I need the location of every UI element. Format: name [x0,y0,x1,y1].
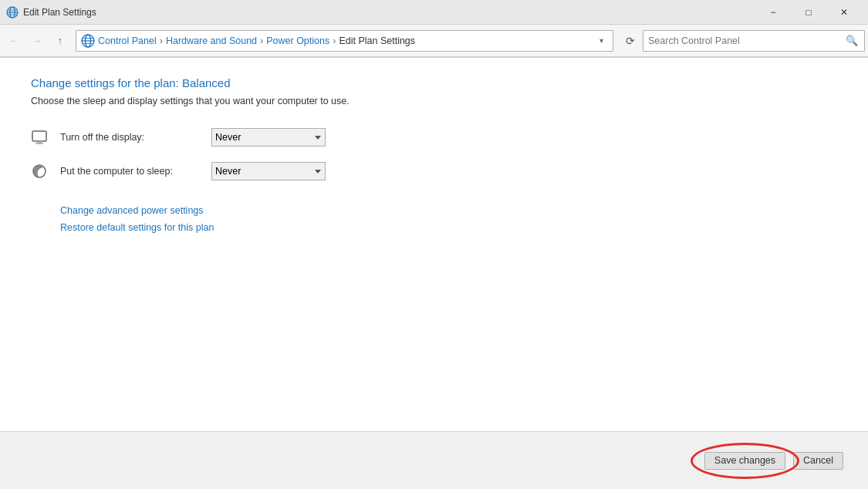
address-globe-icon [81,34,95,48]
breadcrumb-hardware-sound[interactable]: Hardware and Sound [166,35,257,46]
refresh-button[interactable]: ⟳ [620,30,641,52]
breadcrumb-current: Edit Plan Settings [339,35,415,46]
window-icon [6,6,19,19]
search-button[interactable]: 🔍 [844,33,860,49]
display-select[interactable]: Never 1 minute 5 minutes 10 minutes 15 m… [211,128,326,147]
window-title: Edit Plan Settings [23,7,96,18]
action-bar: Save changes Cancel [0,431,868,489]
links-section: Change advanced power settings Restore d… [60,205,837,233]
close-button[interactable]: ✕ [826,0,862,25]
nav-bar: ← → ↑ Control Panel › Hardware and Sound… [0,25,868,57]
address-dropdown-button[interactable]: ▾ [594,34,608,48]
page-heading: Change settings for the plan: Balanced [31,76,837,89]
cancel-button[interactable]: Cancel [793,452,843,470]
sleep-setting-row: Put the computer to sleep: Never 1 minut… [31,162,837,180]
save-button-wrapper: Save changes [704,452,785,470]
minimize-button[interactable]: − [755,0,791,25]
display-label: Turn off the display: [60,132,199,143]
search-input[interactable] [648,35,844,46]
address-bar: Control Panel › Hardware and Sound › Pow… [76,30,613,52]
breadcrumb: Control Panel › Hardware and Sound › Pow… [98,35,594,46]
back-button[interactable]: ← [3,30,25,52]
sleep-icon [31,163,48,180]
forward-button[interactable]: → [26,30,48,52]
sleep-label: Put the computer to sleep: [60,166,199,177]
advanced-power-settings-link[interactable]: Change advanced power settings [60,205,837,216]
display-icon [31,129,48,146]
main-content: Change settings for the plan: Balanced C… [0,58,868,431]
svg-rect-10 [32,131,46,141]
up-button[interactable]: ↑ [49,30,71,52]
maximize-button[interactable]: □ [791,0,826,25]
display-setting-row: Turn off the display: Never 1 minute 5 m… [31,128,837,147]
save-button[interactable]: Save changes [704,452,785,470]
sleep-select[interactable]: Never 1 minute 5 minutes 10 minutes 15 m… [211,162,326,180]
title-bar: Edit Plan Settings − □ ✕ [0,0,868,25]
search-bar: 🔍 [643,30,865,52]
window-controls: − □ ✕ [755,0,862,25]
restore-defaults-link[interactable]: Restore default settings for this plan [60,222,837,233]
breadcrumb-control-panel[interactable]: Control Panel [98,35,157,46]
breadcrumb-power-options[interactable]: Power Options [266,35,329,46]
page-subtext: Choose the sleep and display settings th… [31,96,837,106]
